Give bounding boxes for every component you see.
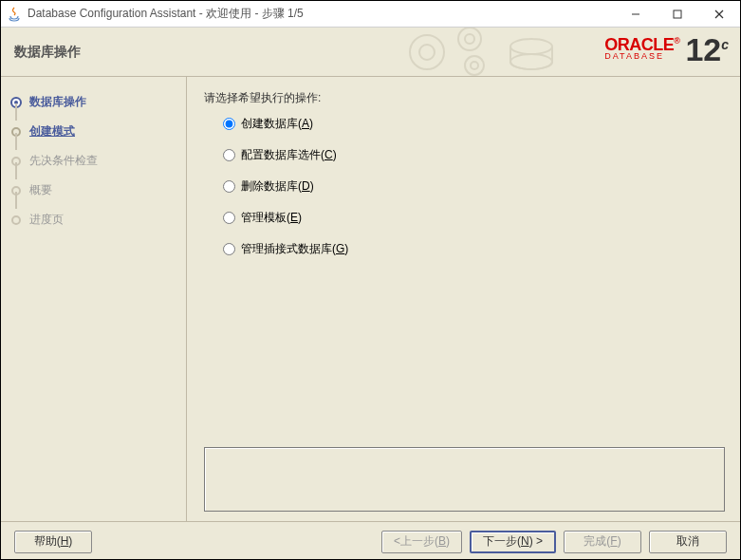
sidebar-item-progress: 进度页 <box>9 208 176 237</box>
window-title: Database Configuration Assistant - 欢迎使用 … <box>28 6 615 22</box>
option-label: 管理插接式数据库(G) <box>241 241 348 257</box>
svg-point-17 <box>12 216 20 224</box>
svg-rect-1 <box>674 10 681 18</box>
svg-point-11 <box>510 54 552 69</box>
option-label: 配置数据库选件(C) <box>241 147 337 163</box>
radio-delete-db[interactable] <box>223 180 235 193</box>
next-button[interactable]: 下一步(N) > <box>470 531 556 553</box>
svg-point-9 <box>471 62 478 69</box>
cancel-button[interactable]: 取消 <box>649 531 727 553</box>
back-button[interactable]: <上一步(B) <box>381 531 462 553</box>
oracle-logo: ORACLE® DATABASE 12c <box>604 33 729 65</box>
svg-point-4 <box>410 35 444 69</box>
sidebar-item-prereq: 先决条件检查 <box>9 149 176 178</box>
finish-button[interactable]: 完成(F) <box>564 531 641 553</box>
svg-point-10 <box>510 39 552 54</box>
header-band: 数据库操作 ORACLE® DATABASE 12c <box>1 28 740 77</box>
message-area <box>204 447 725 512</box>
title-bar: Database Configuration Assistant - 欢迎使用 … <box>1 1 740 28</box>
svg-point-8 <box>465 56 484 75</box>
page-title: 数据库操作 <box>14 44 81 61</box>
option-create-db[interactable]: 创建数据库(A) <box>223 116 725 132</box>
help-button[interactable]: 帮助(H) <box>14 531 92 553</box>
sidebar-item-create-mode[interactable]: 创建模式 <box>9 120 176 149</box>
sidebar-item-db-operation[interactable]: 数据库操作 <box>9 90 176 120</box>
java-icon <box>7 7 22 22</box>
footer-bar: 帮助(H) <上一步(B) 下一步(N) > 完成(F) 取消 <box>1 521 740 560</box>
svg-point-5 <box>419 45 435 60</box>
option-configure-db[interactable]: 配置数据库选件(C) <box>223 147 725 163</box>
radio-configure-db[interactable] <box>223 149 235 161</box>
main-panel: 请选择希望执行的操作: 创建数据库(A) 配置数据库选件(C) 删除数据库(D)… <box>187 77 740 521</box>
radio-manage-template[interactable] <box>223 212 235 224</box>
option-manage-pdb[interactable]: 管理插接式数据库(G) <box>223 241 725 257</box>
option-label: 创建数据库(A) <box>241 116 313 132</box>
wizard-sidebar: 数据库操作 创建模式 先决条件检查 概要 进度页 <box>1 77 187 521</box>
option-label: 管理模板(E) <box>241 210 302 226</box>
svg-point-6 <box>458 28 481 50</box>
option-label: 删除数据库(D) <box>241 178 314 195</box>
sidebar-item-label: 概要 <box>29 182 52 198</box>
svg-point-7 <box>465 34 474 44</box>
option-delete-db[interactable]: 删除数据库(D) <box>223 178 725 195</box>
sidebar-item-summary: 概要 <box>9 178 176 208</box>
radio-manage-pdb[interactable] <box>223 243 235 255</box>
decorative-gears-icon <box>389 28 579 77</box>
operation-options: 创建数据库(A) 配置数据库选件(C) 删除数据库(D) 管理模板(E) 管理插… <box>204 116 725 257</box>
sidebar-item-label: 创建模式 <box>29 123 75 140</box>
window-controls <box>615 1 740 28</box>
sidebar-item-label: 数据库操作 <box>29 94 86 110</box>
prompt-label: 请选择希望执行的操作: <box>204 90 725 106</box>
minimize-button[interactable] <box>615 1 657 28</box>
close-button[interactable] <box>698 1 740 28</box>
step-pending-icon <box>9 215 24 226</box>
radio-create-db[interactable] <box>223 118 235 130</box>
maximize-button[interactable] <box>657 1 698 28</box>
sidebar-item-label: 进度页 <box>29 212 64 228</box>
option-manage-template[interactable]: 管理模板(E) <box>223 210 725 226</box>
sidebar-item-label: 先决条件检查 <box>29 153 98 169</box>
